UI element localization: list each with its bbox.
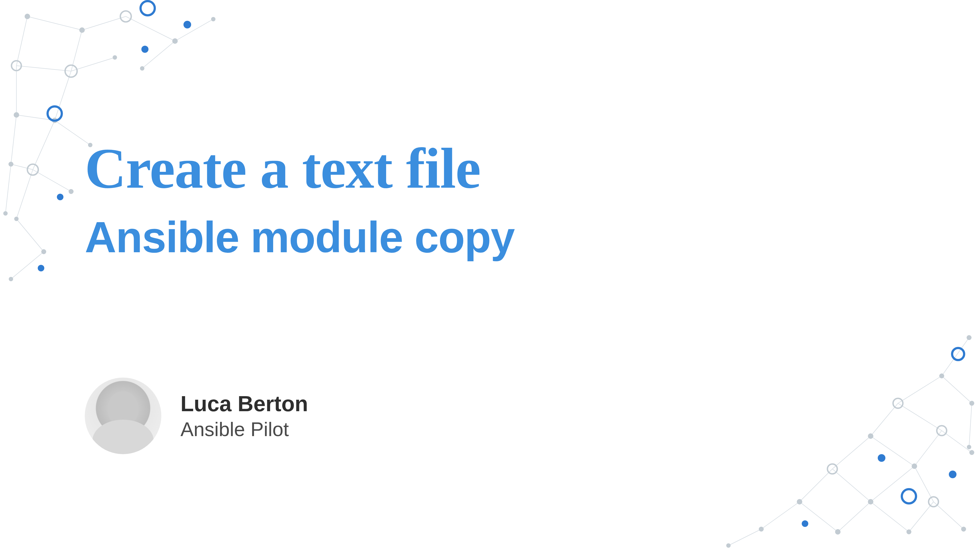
svg-line-66 <box>969 403 972 447</box>
svg-point-42 <box>142 46 148 53</box>
svg-point-72 <box>937 426 947 436</box>
svg-line-20 <box>142 41 175 68</box>
svg-point-25 <box>211 17 215 21</box>
svg-point-45 <box>68 189 73 194</box>
svg-point-34 <box>8 162 13 167</box>
svg-line-61 <box>838 502 870 532</box>
svg-point-29 <box>140 66 145 70</box>
svg-line-4 <box>71 30 82 71</box>
svg-line-57 <box>915 466 934 502</box>
svg-line-7 <box>71 57 115 71</box>
svg-line-5 <box>16 16 27 66</box>
svg-point-33 <box>27 164 38 175</box>
svg-line-58 <box>870 466 915 502</box>
slide-subtitle: Ansible module copy <box>85 211 514 263</box>
svg-point-24 <box>172 38 178 44</box>
svg-point-67 <box>967 335 972 340</box>
svg-point-75 <box>912 463 917 469</box>
svg-line-47 <box>942 376 972 403</box>
slide-title: Create a text file <box>85 137 514 200</box>
svg-point-40 <box>183 21 191 29</box>
svg-line-55 <box>800 469 832 502</box>
svg-line-13 <box>11 164 33 170</box>
svg-point-39 <box>140 1 155 15</box>
svg-point-43 <box>57 194 64 200</box>
svg-point-82 <box>907 529 912 534</box>
svg-point-26 <box>65 65 77 77</box>
svg-point-37 <box>41 249 46 254</box>
svg-line-46 <box>942 338 969 376</box>
svg-point-86 <box>878 454 885 462</box>
svg-line-8 <box>55 71 71 120</box>
svg-line-59 <box>761 502 800 529</box>
svg-point-22 <box>79 27 85 33</box>
svg-point-77 <box>797 499 802 505</box>
author-avatar <box>85 377 161 454</box>
svg-line-65 <box>729 529 761 546</box>
svg-line-12 <box>11 115 16 164</box>
svg-line-10 <box>16 115 55 120</box>
svg-line-15 <box>16 170 33 219</box>
svg-point-44 <box>38 265 44 271</box>
author-block: Luca Berton Ansible Pilot <box>85 377 308 454</box>
svg-point-85 <box>952 348 964 360</box>
svg-point-83 <box>961 527 966 532</box>
author-role: Ansible Pilot <box>180 418 308 441</box>
svg-point-35 <box>3 211 8 216</box>
svg-line-64 <box>909 502 934 532</box>
svg-point-74 <box>967 445 971 449</box>
svg-line-60 <box>800 502 838 532</box>
svg-line-6 <box>16 66 71 71</box>
svg-point-31 <box>52 118 57 123</box>
svg-line-2 <box>126 16 175 41</box>
decorative-network-bottom-right <box>679 305 980 551</box>
svg-line-50 <box>898 403 942 431</box>
svg-point-70 <box>969 401 974 406</box>
svg-point-76 <box>827 464 837 474</box>
svg-line-51 <box>942 431 972 452</box>
svg-line-0 <box>27 16 82 30</box>
svg-point-71 <box>868 433 873 439</box>
svg-line-3 <box>175 19 213 41</box>
svg-point-80 <box>759 527 764 532</box>
svg-point-79 <box>929 497 939 507</box>
svg-line-14 <box>33 170 71 191</box>
svg-line-11 <box>33 120 55 170</box>
svg-line-54 <box>870 436 915 466</box>
svg-line-62 <box>870 502 909 532</box>
svg-point-73 <box>969 450 974 455</box>
svg-line-17 <box>5 164 11 213</box>
svg-point-38 <box>9 277 13 281</box>
svg-point-89 <box>802 520 808 527</box>
svg-point-30 <box>14 112 19 118</box>
svg-point-81 <box>835 529 840 535</box>
author-name: Luca Berton <box>180 391 308 416</box>
svg-point-36 <box>14 217 19 221</box>
svg-line-18 <box>11 252 44 279</box>
svg-line-53 <box>832 436 870 469</box>
svg-line-52 <box>915 431 942 466</box>
svg-point-21 <box>25 14 30 19</box>
svg-line-56 <box>832 469 870 502</box>
svg-point-28 <box>11 61 21 70</box>
svg-line-16 <box>16 219 44 252</box>
svg-point-23 <box>120 11 131 22</box>
svg-line-49 <box>870 403 898 436</box>
svg-point-41 <box>48 107 62 121</box>
svg-line-48 <box>898 376 942 403</box>
svg-point-84 <box>726 543 730 548</box>
svg-point-78 <box>868 499 873 505</box>
svg-line-1 <box>82 16 126 30</box>
svg-point-87 <box>902 489 916 503</box>
svg-point-88 <box>949 471 956 478</box>
svg-point-27 <box>113 55 117 60</box>
svg-point-68 <box>939 373 944 378</box>
svg-line-63 <box>934 502 964 529</box>
svg-point-69 <box>893 398 903 408</box>
